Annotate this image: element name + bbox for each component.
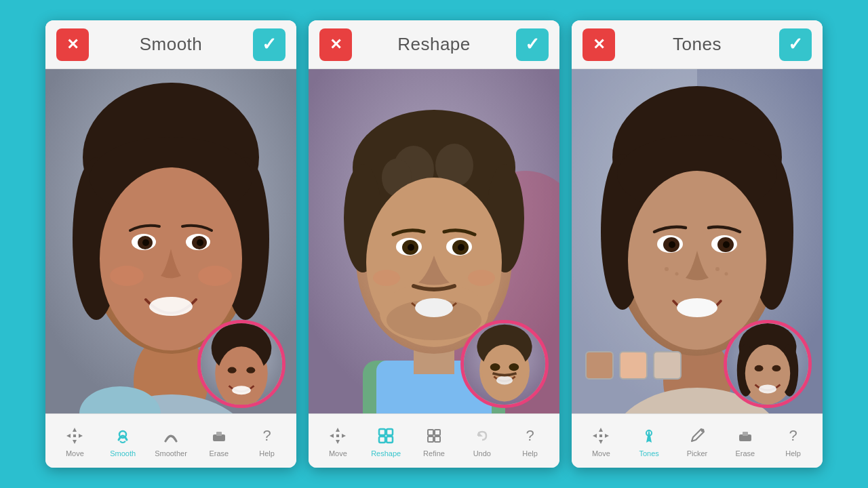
erase-icon <box>208 425 230 447</box>
reshape-tool-label: Reshape <box>371 449 401 458</box>
help-icon: ? <box>783 425 804 447</box>
swatch-1[interactable] <box>585 351 614 380</box>
svg-marker-112 <box>605 434 609 438</box>
help-icon: ? <box>256 425 278 447</box>
swatch-2[interactable] <box>619 351 648 380</box>
tones-tool-label: Tones <box>639 449 659 458</box>
help-label: Help <box>522 449 538 458</box>
move-label: Move <box>66 449 84 458</box>
smooth-tool-label: Smooth <box>110 449 136 458</box>
svg-rect-70 <box>379 429 385 435</box>
refine-label: Refine <box>423 449 445 458</box>
svg-marker-27 <box>73 440 77 444</box>
smooth-image-area <box>45 69 296 413</box>
svg-point-25 <box>232 386 251 394</box>
reshape-image-area <box>309 69 559 413</box>
svg-rect-75 <box>435 430 440 435</box>
svg-point-97 <box>675 272 679 276</box>
smooth-confirm-button[interactable] <box>253 28 285 61</box>
toolbar-tones[interactable]: Tones <box>631 425 667 458</box>
svg-rect-30 <box>73 434 76 437</box>
tones-toolbar: Move Tones Picker <box>572 413 823 468</box>
tones-confirm-button[interactable] <box>779 28 812 61</box>
svg-point-95 <box>677 298 717 317</box>
svg-point-93 <box>669 241 675 248</box>
svg-point-13 <box>142 239 149 246</box>
close-icon <box>66 36 79 54</box>
svg-point-106 <box>755 365 764 371</box>
svg-rect-72 <box>379 436 385 443</box>
svg-point-115 <box>701 428 704 432</box>
svg-point-55 <box>415 298 453 317</box>
erase-label: Erase <box>209 449 229 458</box>
reshape-toolbar: Move Reshape Ref <box>309 413 559 468</box>
tones-close-button[interactable] <box>583 28 615 61</box>
toolbar-reshape[interactable]: Reshape <box>368 425 404 458</box>
svg-point-17 <box>198 266 232 286</box>
reshape-confirm-button[interactable] <box>516 28 549 61</box>
svg-point-56 <box>373 270 400 286</box>
svg-point-54 <box>458 244 465 251</box>
svg-marker-109 <box>599 428 603 432</box>
svg-point-23 <box>228 367 237 373</box>
svg-point-107 <box>772 365 781 371</box>
svg-marker-26 <box>73 428 77 432</box>
svg-point-99 <box>725 272 728 276</box>
check-icon <box>788 34 803 55</box>
toolbar-move[interactable]: Move <box>56 425 93 458</box>
erase-icon <box>734 425 756 447</box>
svg-point-57 <box>468 270 495 286</box>
toolbar-undo[interactable]: Undo <box>464 425 500 458</box>
svg-rect-76 <box>428 436 433 442</box>
picker-label: Picker <box>687 449 708 458</box>
swatch-3[interactable] <box>653 351 682 380</box>
svg-point-108 <box>759 384 776 393</box>
smooth-icon <box>112 425 134 447</box>
smoother-label: Smoother <box>155 449 187 458</box>
svg-point-63 <box>509 363 519 371</box>
toolbar-erase[interactable]: Erase <box>201 425 237 458</box>
svg-point-22 <box>218 346 265 405</box>
svg-point-64 <box>496 376 513 385</box>
svg-point-24 <box>246 367 255 373</box>
reshape-close-button[interactable] <box>319 28 352 61</box>
smooth-toolbar: Move Smooth Smoother <box>45 413 296 468</box>
svg-rect-71 <box>387 429 393 435</box>
svg-rect-77 <box>435 436 440 442</box>
svg-rect-113 <box>599 434 602 437</box>
smooth-panel-title: Smooth <box>140 34 203 55</box>
move-label: Move <box>592 449 610 458</box>
toolbar-help[interactable]: ? Help <box>775 425 812 458</box>
move-icon <box>590 425 612 447</box>
svg-marker-29 <box>79 434 83 438</box>
svg-point-14 <box>197 239 203 246</box>
svg-point-62 <box>490 363 500 371</box>
smooth-close-button[interactable] <box>56 28 89 61</box>
toolbar-smoother[interactable]: Smoother <box>153 425 189 458</box>
toolbar-erase[interactable]: Erase <box>727 425 764 458</box>
toolbar-smooth[interactable]: Smooth <box>104 425 141 458</box>
tones-thumbnail-svg <box>727 323 808 405</box>
toolbar-help[interactable]: ? Help <box>512 425 549 458</box>
svg-point-94 <box>723 241 730 248</box>
svg-point-98 <box>715 267 719 271</box>
tones-icon <box>638 425 660 447</box>
move-icon <box>327 425 349 447</box>
toolbar-move[interactable]: Move <box>583 425 619 458</box>
undo-label: Undo <box>473 449 491 458</box>
check-icon <box>262 34 277 55</box>
toolbar-move[interactable]: Move <box>319 425 356 458</box>
reshape-panel-header: Reshape <box>309 20 559 69</box>
close-icon <box>330 36 342 54</box>
tones-panel-header: Tones <box>572 20 823 69</box>
toolbar-picker[interactable]: Picker <box>679 425 715 458</box>
toolbar-refine[interactable]: Refine <box>416 425 452 458</box>
close-icon <box>593 36 605 54</box>
reshape-panel: Reshape <box>309 20 559 468</box>
tones-panel-title: Tones <box>673 34 722 55</box>
svg-point-15 <box>149 297 193 316</box>
smooth-thumbnail <box>197 320 285 408</box>
tones-thumbnail <box>724 320 812 408</box>
toolbar-help[interactable]: ? Help <box>249 425 285 458</box>
tones-color-swatches <box>585 351 682 380</box>
